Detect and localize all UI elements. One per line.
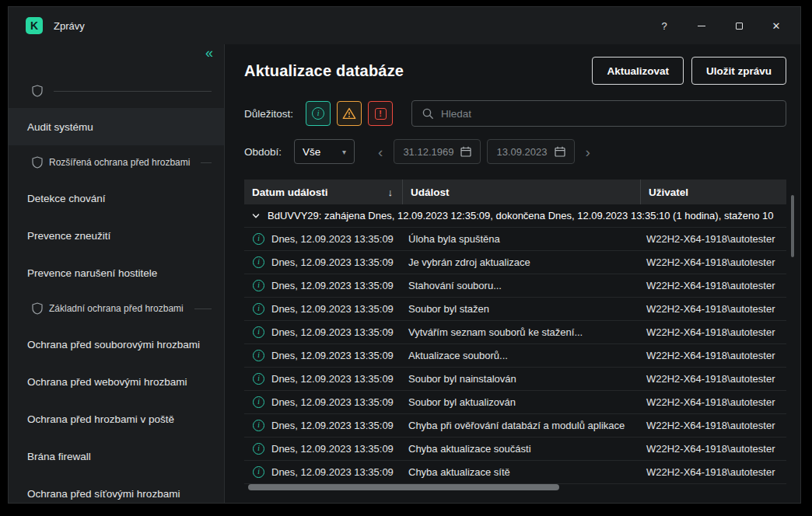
event-description: Vytvářím seznam souborů ke stažení... bbox=[408, 326, 583, 338]
cell-date: iDnes, 12.09.2023 13:35:09 bbox=[244, 414, 402, 437]
sidebar-item[interactable]: Ochrana před webovými hrozbami bbox=[9, 363, 224, 400]
event-description: Chyba aktualizace sítě bbox=[408, 466, 510, 478]
sidebar-section bbox=[9, 74, 224, 108]
event-user: W22H2-X64-1918\autotester bbox=[646, 256, 775, 268]
info-icon: i bbox=[253, 280, 264, 291]
table-row[interactable]: iDnes, 12.09.2023 13:35:09Je vybrán zdro… bbox=[244, 251, 786, 274]
cell-date: iDnes, 12.09.2023 13:35:09 bbox=[244, 228, 402, 250]
cell-date: iDnes, 12.09.2023 13:35:09 bbox=[244, 321, 402, 343]
event-description: Je vybrán zdroj aktualizace bbox=[408, 256, 530, 268]
task-group-text: BdUVVY29: zahájena Dnes, 12.09.2023 12:3… bbox=[268, 210, 774, 221]
event-date: Dnes, 12.09.2023 13:35:09 bbox=[271, 396, 394, 408]
horizontal-scrollbar[interactable] bbox=[248, 484, 559, 490]
main-header: Aktualizace databáze Aktualizovat Uložit… bbox=[244, 57, 786, 85]
cell-user: W22H2-X64-1918\autotester bbox=[640, 251, 786, 274]
cell-date: iDnes, 12.09.2023 13:35:09 bbox=[244, 274, 402, 297]
sidebar-section: Základní ochrana před hrozbami bbox=[9, 291, 224, 326]
event-description: Úloha byla spuštěna bbox=[408, 233, 500, 245]
column-header-event[interactable]: Událost bbox=[402, 180, 640, 204]
date-from-value: 31.12.1969 bbox=[403, 146, 453, 158]
cell-event: Chyba při ověřování databází a modulů ap… bbox=[402, 414, 640, 437]
cell-date: iDnes, 12.09.2023 13:35:09 bbox=[244, 344, 402, 367]
kaspersky-logo-icon: K bbox=[26, 17, 43, 34]
event-user: W22H2-X64-1918\autotester bbox=[646, 280, 775, 291]
cell-user: W22H2-X64-1918\autotester bbox=[640, 321, 786, 343]
info-icon: i bbox=[253, 466, 264, 478]
severity-critical-button[interactable]: ! bbox=[368, 101, 393, 126]
cell-date: iDnes, 12.09.2023 13:35:09 bbox=[244, 461, 402, 483]
close-button[interactable]: ✕ bbox=[765, 14, 788, 37]
main-content: Aktualizace databáze Aktualizovat Uložit… bbox=[225, 44, 800, 503]
event-user: W22H2-X64-1918\autotester bbox=[646, 466, 775, 478]
sidebar-item[interactable]: Prevence narušení hostitele bbox=[9, 254, 224, 291]
event-user: W22H2-X64-1918\autotester bbox=[646, 443, 775, 455]
help-button[interactable]: ? bbox=[653, 14, 676, 37]
severity-info-button[interactable]: i bbox=[306, 101, 331, 126]
table-row[interactable]: iDnes, 12.09.2023 13:35:09Soubor byl nai… bbox=[244, 368, 786, 391]
info-icon: i bbox=[253, 420, 264, 431]
next-period-button[interactable]: › bbox=[586, 145, 590, 159]
maximize-button[interactable] bbox=[727, 14, 751, 37]
event-date: Dnes, 12.09.2023 13:35:09 bbox=[271, 443, 394, 455]
table-row[interactable]: iDnes, 12.09.2023 13:35:09Vytvářím sezna… bbox=[244, 321, 786, 344]
vertical-scrollbar[interactable] bbox=[791, 195, 794, 257]
sidebar-item[interactable]: Detekce chování bbox=[9, 180, 224, 217]
cell-date: iDnes, 12.09.2023 13:35:09 bbox=[244, 298, 402, 320]
previous-period-button[interactable]: ‹ bbox=[378, 145, 383, 159]
date-from-field[interactable]: 31.12.1969 bbox=[394, 139, 481, 164]
section-divider bbox=[54, 91, 212, 92]
minimize-button[interactable] bbox=[690, 14, 713, 37]
severity-warning-button[interactable] bbox=[337, 101, 362, 126]
sidebar-item-label: Detekce chování bbox=[27, 193, 106, 204]
period-select[interactable]: Vše ▾ bbox=[294, 139, 355, 164]
shield-icon bbox=[32, 156, 43, 169]
cell-event: Aktualizace souborů... bbox=[402, 344, 640, 367]
column-header-user[interactable]: Uživatel bbox=[640, 180, 786, 204]
save-report-button[interactable]: Uložit zprávu bbox=[691, 57, 786, 85]
event-user: W22H2-X64-1918\autotester bbox=[646, 303, 775, 315]
sidebar-item[interactable]: Prevence zneužití bbox=[9, 217, 224, 254]
task-group-row[interactable]: BdUVVY29: zahájena Dnes, 12.09.2023 12:3… bbox=[244, 204, 786, 228]
search-icon bbox=[422, 107, 434, 120]
shield-icon bbox=[32, 85, 43, 97]
date-to-field[interactable]: 13.09.2023 bbox=[487, 139, 574, 164]
sidebar-item[interactable]: Ochrana před souborovými hrozbami bbox=[9, 326, 224, 363]
cell-user: W22H2-X64-1918\autotester bbox=[640, 438, 786, 460]
sidebar-item[interactable]: Audit systému bbox=[9, 108, 224, 145]
sidebar-item[interactable]: Brána firewall bbox=[9, 438, 224, 475]
cell-event: Soubor byl aktualizován bbox=[402, 391, 640, 413]
column-header-date[interactable]: Datum události ↓ bbox=[244, 180, 402, 204]
warning-icon bbox=[342, 107, 356, 120]
table-row[interactable]: iDnes, 12.09.2023 13:35:09Aktualizace so… bbox=[244, 344, 786, 368]
event-date: Dnes, 12.09.2023 13:35:09 bbox=[271, 350, 394, 361]
table-row[interactable]: iDnes, 12.09.2023 13:35:09Úloha byla spu… bbox=[244, 228, 786, 251]
column-header-date-label: Datum události bbox=[252, 187, 328, 198]
sidebar-collapse-button[interactable]: « bbox=[205, 46, 213, 60]
table-row[interactable]: iDnes, 12.09.2023 13:35:09Chyba při ověř… bbox=[244, 414, 786, 438]
sidebar-section: Rozšířená ochrana před hrozbami bbox=[9, 145, 224, 180]
update-button[interactable]: Aktualizovat bbox=[592, 57, 684, 85]
table-row[interactable]: iDnes, 12.09.2023 13:35:09Chyba aktualiz… bbox=[244, 438, 786, 461]
info-icon: i bbox=[253, 256, 264, 268]
sidebar-item[interactable]: Ochrana před hrozbami v poště bbox=[9, 400, 224, 438]
event-date: Dnes, 12.09.2023 13:35:09 bbox=[271, 466, 394, 478]
table-row[interactable]: iDnes, 12.09.2023 13:35:09Chyba aktualiz… bbox=[244, 461, 786, 484]
maximize-icon bbox=[736, 23, 743, 30]
cell-event: Úloha byla spuštěna bbox=[402, 228, 640, 250]
minimize-icon bbox=[698, 26, 705, 26]
cell-user: W22H2-X64-1918\autotester bbox=[640, 228, 786, 250]
event-date: Dnes, 12.09.2023 13:35:09 bbox=[271, 373, 394, 385]
critical-icon: ! bbox=[375, 108, 387, 120]
event-description: Soubor byl stažen bbox=[408, 303, 489, 315]
events-table: Datum události ↓ Událost Uživatel BdUVVY… bbox=[244, 180, 786, 484]
table-row[interactable]: iDnes, 12.09.2023 13:35:09Stahování soub… bbox=[244, 274, 786, 298]
importance-label: Důležitost: bbox=[244, 108, 293, 120]
importance-filter-row: Důležitost: i ! bbox=[244, 100, 786, 127]
table-row[interactable]: iDnes, 12.09.2023 13:35:09Soubor byl sta… bbox=[244, 298, 786, 321]
search-box[interactable] bbox=[411, 100, 786, 127]
search-input[interactable] bbox=[441, 108, 776, 120]
app-window: K Zprávy ? ✕ « Audit systémuRozšířená oc… bbox=[8, 6, 801, 504]
table-row[interactable]: iDnes, 12.09.2023 13:35:09Soubor byl akt… bbox=[244, 391, 786, 414]
sidebar-item[interactable]: Ochrana před síťovými hrozbami bbox=[9, 475, 224, 503]
cell-event: Stahování souboru... bbox=[402, 274, 640, 297]
